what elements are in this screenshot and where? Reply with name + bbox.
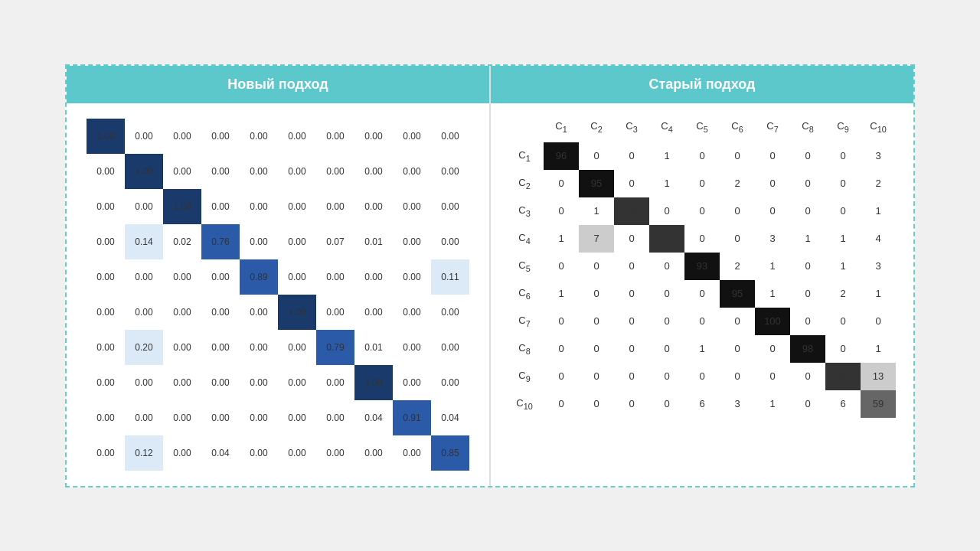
old-matrix-cell-4-0: 0 [544,253,579,280]
new-matrix-cell-5-2: 0.00 [163,295,201,330]
new-matrix-cell-6-3: 0.00 [201,330,240,365]
old-row-label-4: C5 [508,253,544,280]
old-matrix-cell-8-5: 0 [720,363,755,390]
new-matrix-cell-3-2: 0.02 [163,224,201,259]
right-panel-title: Старый подход [491,66,913,103]
new-matrix-cell-3-0: 0.00 [87,224,125,259]
old-matrix-cell-2-1: 1 [579,197,614,225]
new-matrix-cell-3-4: 0.00 [240,224,278,259]
old-matrix-cell-3-6: 3 [755,225,790,253]
new-matrix-cell-5-4: 0.00 [240,295,278,330]
new-matrix-cell-1-7: 0.00 [354,154,393,189]
left-panel-title: Новый подход [67,66,489,103]
old-matrix-cell-7-5: 0 [720,335,755,363]
new-matrix-cell-2-9: 0.00 [431,189,469,224]
old-matrix-cell-6-5: 0 [720,308,755,335]
old-matrix-cell-4-3: 0 [649,253,684,280]
old-matrix-cell-7-0: 0 [544,335,579,363]
old-matrix-cell-0-6: 0 [755,142,790,170]
new-matrix-cell-4-1: 0.00 [125,259,163,295]
new-matrix-cell-3-5: 0.00 [278,224,316,259]
old-matrix-cell-6-9: 0 [861,308,896,335]
new-matrix-cell-1-2: 0.00 [163,154,201,189]
new-matrix-cell-1-1: 1.00 [125,154,163,189]
old-matrix-cell-0-8: 0 [825,142,861,170]
old-matrix-cell-2-6: 0 [755,197,790,225]
old-row-label-6: C7 [508,308,544,335]
new-matrix-cell-2-4: 0.00 [240,189,278,224]
old-matrix-cell-4-6: 1 [755,253,790,280]
old-matrix-cell-8-8: 62 [825,363,861,390]
new-matrix-cell-2-2: 1.00 [163,189,201,224]
new-matrix-cell-2-5: 0.00 [278,189,316,224]
right-panel-content: C1C2C3C4C5C6C7C8C9C10 C196001000003C2095… [491,103,913,429]
old-matrix-cell-9-8: 6 [825,390,861,418]
old-matrix-cell-1-6: 0 [755,170,790,197]
old-matrix-cell-0-4: 0 [684,142,720,170]
new-matrix-cell-8-9: 0.04 [431,400,469,435]
old-row-label-3: C4 [508,225,544,253]
new-matrix-cell-8-4: 0.00 [240,400,278,435]
old-matrix-cell-5-5: 95 [720,280,755,308]
old-matrix-cell-9-1: 0 [579,390,614,418]
old-matrix-cell-4-2: 0 [614,253,649,280]
old-row-label-1: C2 [508,170,544,197]
new-matrix-cell-7-5: 0.00 [278,365,316,400]
old-col-header-1: C2 [579,115,614,142]
old-matrix-cell-1-3: 1 [649,170,684,197]
old-matrix-cell-2-3: 0 [649,197,684,225]
new-matrix-cell-3-3: 0.76 [201,224,240,259]
new-matrix-cell-7-7: 1.00 [354,365,393,400]
old-matrix-cell-0-9: 3 [861,142,896,170]
left-panel-content: 1.000.000.000.000.000.000.000.000.000.00… [67,103,489,486]
new-matrix-cell-8-0: 0.00 [87,400,125,435]
new-matrix-cell-7-9: 0.00 [431,365,469,400]
new-matrix-cell-7-8: 0.00 [393,365,431,400]
new-matrix-cell-0-5: 0.00 [278,119,316,154]
old-matrix-cell-0-2: 0 [614,142,649,170]
old-row-label-5: C6 [508,280,544,308]
new-matrix-cell-7-2: 0.00 [163,365,201,400]
new-matrix-cell-9-7: 0.00 [354,435,393,471]
new-matrix-cell-6-0: 0.00 [87,330,125,365]
old-matrix-cell-7-3: 0 [649,335,684,363]
new-matrix-cell-0-2: 0.00 [163,119,201,154]
old-matrix-cell-1-4: 0 [684,170,720,197]
old-col-header-8: C9 [825,115,861,142]
new-matrix-cell-4-4: 0.89 [240,259,278,295]
new-matrix-cell-9-8: 0.00 [393,435,431,471]
main-container: Новый подход 1.000.000.000.000.000.000.0… [65,64,915,487]
new-matrix-cell-0-7: 0.00 [354,119,393,154]
new-matrix-cell-8-2: 0.00 [163,400,201,435]
new-matrix-cell-3-1: 0.14 [125,224,163,259]
old-matrix-cell-0-1: 0 [579,142,614,170]
new-matrix-cell-2-7: 0.00 [354,189,393,224]
old-matrix-cell-5-9: 1 [861,280,896,308]
old-matrix-cell-5-4: 0 [684,280,720,308]
old-matrix-cell-8-4: 0 [684,363,720,390]
new-matrix-cell-9-6: 0.00 [316,435,354,471]
old-matrix-cell-5-0: 1 [544,280,579,308]
new-matrix-cell-5-0: 0.00 [87,295,125,330]
old-matrix-cell-5-8: 2 [825,280,861,308]
new-matrix-cell-0-0: 1.00 [87,119,125,154]
old-matrix-cell-9-2: 0 [614,390,649,418]
old-col-header-2: C3 [614,115,649,142]
old-matrix-cell-7-6: 0 [755,335,790,363]
new-matrix-cell-0-3: 0.00 [201,119,240,154]
new-matrix-cell-4-0: 0.00 [87,259,125,295]
new-matrix-cell-9-3: 0.04 [201,435,240,471]
new-matrix-cell-2-1: 0.00 [125,189,163,224]
old-matrix-cell-8-2: 0 [614,363,649,390]
old-matrix-cell-0-0: 96 [544,142,579,170]
new-matrix-cell-6-9: 0.00 [431,330,469,365]
new-matrix-cell-1-8: 0.00 [393,154,431,189]
new-matrix-cell-2-6: 0.00 [316,189,354,224]
new-matrix-cell-1-3: 0.00 [201,154,240,189]
old-matrix-cell-6-3: 0 [649,308,684,335]
new-matrix-cell-4-8: 0.00 [393,259,431,295]
new-matrix-cell-7-3: 0.00 [201,365,240,400]
old-matrix-cell-9-5: 3 [720,390,755,418]
old-col-header-0: C1 [544,115,579,142]
old-matrix-cell-0-7: 0 [790,142,825,170]
